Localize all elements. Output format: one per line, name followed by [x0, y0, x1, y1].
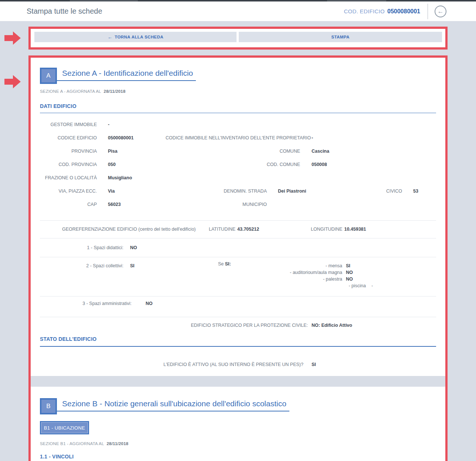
field-value: Musigliano [108, 171, 132, 184]
field-label: DENOMIN. STRADA [195, 184, 267, 198]
field-label: CIVICO [347, 184, 402, 198]
field-label: LONGITUDINE [311, 227, 342, 232]
se-si-prefix: Se [218, 261, 224, 267]
field-label: COD. PROVINCIA [40, 158, 97, 171]
red-arrow-bar [4, 79, 13, 85]
field-label: - auditorioum/aula magna [225, 269, 342, 276]
section-a-title: Sezione A - Identificazione dell'edifici… [62, 68, 196, 78]
section-a-updated-prefix: SEZIONE A - AGGIORNATA AL [40, 89, 101, 94]
section-b1-updated-prefix: SEZIONE B1 - AGGIORNATA AL [40, 441, 104, 446]
field-label: CODICE EDIFICIO [40, 131, 97, 145]
torna-alla-scheda-button[interactable]: ← TORNA ALLA SCHEDA [34, 32, 237, 42]
app-header: Stampa tutte le schede COD. EDIFICIO 050… [0, 1, 476, 21]
field-label: VIA, PIAZZA ECC. [40, 184, 97, 198]
field-label: L'EDIFICIO È ATTIVO (AL SUO INTERNO È PR… [151, 361, 303, 368]
section-a-header: A Sezione A - Identificazione dell'edifi… [40, 68, 196, 84]
card-content: A Sezione A - Identificazione dell'edifi… [31, 58, 445, 461]
field-value: NO [130, 238, 137, 257]
field-value: 56023 [108, 198, 121, 211]
row-provincia: PROVINCIA Pisa COMUNE Cascina [40, 145, 436, 158]
field-value: 53 [413, 184, 418, 198]
red-arrow-tip [13, 31, 21, 45]
row-georeferenziazione: GEOREFERENZIAZIONE EDIFICIO (centro del … [40, 221, 436, 238]
row-codice-edificio: CODICE EDIFICIO 0500080001 CODICE IMMOBI… [40, 131, 436, 145]
field-value: NO: Edificio Attivo [312, 317, 352, 333]
b1-ubicazione-button[interactable]: B1 - UBICAZIONE [40, 421, 89, 434]
red-arrow-tip [13, 75, 21, 88]
field-value: - [108, 118, 109, 131]
field-label: - mensa [225, 262, 342, 270]
row-spazi-didattici: 1 - Spazi didattici: NO [40, 238, 436, 257]
stampa-label: STAMPA [331, 35, 349, 39]
section-b-header: B Sezione B - Notizie generali sull'ubic… [40, 398, 289, 414]
field-value: Via [108, 184, 115, 198]
row-pes: L'EDIFICIO È ATTIVO (AL SUO INTERNO È PR… [40, 347, 436, 376]
section-gap-band [31, 376, 445, 387]
field-label: - palestra [225, 275, 342, 283]
field-label: 1 - Spazi didattici: [40, 238, 123, 257]
header-divider [428, 4, 428, 19]
row-frazione: FRAZIONE O LOCALITÀ Musigliano [40, 171, 436, 184]
field-value: Cascina [312, 145, 329, 158]
row-via: VIA, PIAZZA ECC. Via DENOMIN. STRADA Dei… [40, 184, 436, 198]
vincoli-heading: 1.1 - VINCOLI [40, 454, 436, 460]
section-b-badge: B [40, 398, 57, 414]
red-arrow-annotation-icon [4, 75, 21, 88]
row-cod-provincia: COD. PROVINCIA 050 COD. COMUNE 050008 [40, 158, 436, 171]
field-label: CODICE IMMOBILE NELL'INVENTARIO DELL'ENT… [166, 131, 300, 145]
field-value: - [371, 282, 373, 289]
section-b-title: Sezione B - Notizie generali sull'ubicaz… [62, 398, 289, 408]
section-b1-updated-date: 28/11/2018 [106, 441, 128, 446]
field-value: SI [312, 361, 316, 368]
stampa-button[interactable]: STAMPA [239, 32, 442, 42]
field-label: GESTORE IMMOBILE [40, 118, 97, 131]
toolbar-annotation-frame: ← TORNA ALLA SCHEDA STAMPA [28, 27, 448, 50]
row-cap: CAP 56023 MUNICIPIO [40, 198, 436, 211]
section-a-badge: A [40, 68, 57, 84]
header-right-group: COD. EDIFICIO 0500080001 ← [344, 1, 446, 21]
field-label: MUNICIPIO [195, 198, 267, 211]
field-label: PROVINCIA [40, 145, 97, 158]
field-label: 2 - Spazi collettivi: [40, 262, 123, 270]
field-label: COD. COMUNE [188, 158, 300, 171]
field-value: NO [346, 275, 353, 283]
row-gestore: GESTORE IMMOBILE - [40, 118, 436, 131]
building-code-label: COD. EDIFICIO [344, 8, 385, 14]
stato-edificio-heading: STATO DELL'EDIFICIO [40, 336, 436, 342]
field-value: 0500080001 [108, 131, 134, 145]
section-b-underline [40, 411, 289, 411]
dati-edificio-rule [40, 113, 436, 113]
section-a-updated-date: 28/11/2018 [104, 89, 126, 94]
field-value: Dei Piastroni [278, 184, 306, 198]
red-arrow-annotation-icon [4, 31, 21, 45]
back-arrow-icon: ← [108, 34, 112, 40]
field-label: COMUNE [188, 145, 300, 158]
section-a-underline [40, 80, 196, 81]
field-label: LATITUDINE [209, 227, 235, 232]
field-value: SI [130, 262, 135, 270]
row-edificio-strategico: EDIFICIO STRATEGICO PER LA PROTEZIONE CI… [40, 317, 436, 333]
back-circle-button[interactable]: ← [435, 6, 446, 17]
content-card-annotation-frame: A Sezione A - Identificazione dell'edifi… [28, 55, 448, 461]
field-label: FRAZIONE O LOCALITÀ [40, 171, 97, 184]
field-value: SI [346, 262, 350, 270]
longitudine-pair: LONGITUDINE10.459381 [311, 221, 366, 238]
section-a-updated: SEZIONE A - AGGIORNATA AL 28/11/2018 [40, 88, 436, 94]
field-value: 050 [108, 158, 116, 171]
field-value: 43.705212 [237, 227, 259, 232]
latitudine-pair: LATITUDINE43.705212 [209, 221, 259, 238]
field-label: - piscina [225, 282, 366, 289]
field-value: 10.459381 [344, 227, 366, 232]
field-value: NO [146, 300, 153, 307]
dati-edificio-rows: GESTORE IMMOBILE - CODICE EDIFICIO 05000… [40, 118, 436, 211]
field-value: - [312, 131, 313, 145]
building-code-value: 0500080001 [387, 8, 420, 15]
field-value: Pisa [108, 145, 118, 158]
field-label: GEOREFERENZIAZIONE EDIFICIO (centro del … [62, 221, 196, 238]
field-value: NO [346, 269, 353, 276]
section-b1-updated: SEZIONE B1 - AGGIORNATA AL 28/11/2018 [40, 441, 436, 447]
row-spazi-collettivi: 2 - Spazi collettivi: SI Se SI: - mensa … [40, 257, 436, 296]
red-arrow-bar [4, 35, 13, 41]
torna-alla-scheda-label: TORNA ALLA SCHEDA [115, 35, 163, 39]
field-label: 3 - Spazi amministrativi: [40, 300, 132, 307]
